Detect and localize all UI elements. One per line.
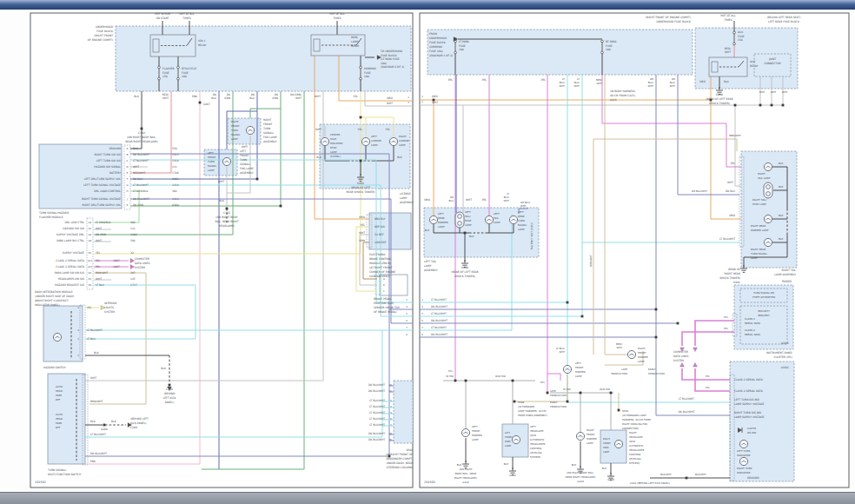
diagram-label: LICENSE — [371, 139, 381, 143]
diagram-label: BLU — [449, 199, 454, 202]
diagram-label: MULTI-FUNCTION SWITCH — [48, 473, 81, 476]
diagram-label: LEFT TURN SW SIG — [96, 159, 122, 162]
diagram-label: (REAR OF LEFT REAR — [451, 270, 478, 274]
diagram-label: UNDERHOOD FUSE BLOCK — [656, 20, 692, 23]
lamp-bulb — [429, 216, 437, 223]
diagram-label: TURN SIGNAL — [750, 252, 767, 255]
diagram-label: PPL — [96, 265, 101, 269]
diagram-label: FOG LAMP — [263, 136, 277, 139]
diagram-label: B — [383, 284, 385, 287]
diagram-label: INSTRUMENT PANEL — [766, 351, 792, 355]
diagram-label: RT PARK — [606, 40, 617, 43]
diagram-label: DK BLU/WHT — [368, 432, 385, 435]
diagram-label: LT BLU/WHT — [431, 326, 447, 329]
diagram-label: LAMP ASSEMBLY — [774, 273, 796, 276]
diagram-label: D — [126, 165, 128, 169]
diagram-label: BLK — [425, 229, 429, 232]
diagram-label: LEFT — [371, 135, 377, 138]
diagram-label: AUX — [738, 30, 743, 34]
diagram-label: CLASS 2 — [745, 317, 755, 321]
diagram-label: LT BLU/WHT — [679, 397, 694, 401]
diagram-label: SYSTEM — [104, 310, 115, 314]
lamp-icon — [614, 440, 622, 448]
diagram-label: LAMP — [603, 451, 610, 454]
diagram-label: RIGHT — [587, 428, 594, 432]
diagram-label: 21 — [389, 390, 393, 393]
diagram-label: PARK LAMP RLY CTRL — [56, 239, 84, 242]
diagram-label: TURN SIGNAL/HAZARD — [38, 211, 70, 215]
diagram-label: RIGHT — [399, 135, 407, 138]
diagram-label: WHT — [96, 239, 102, 242]
diagram-label: A — [383, 278, 385, 281]
diagram-label: 15 — [389, 439, 393, 441]
diagram-label: DATA LINES — [673, 355, 688, 358]
diagram-label: FRONT — [603, 442, 611, 445]
diagram-label: BRN — [360, 239, 365, 242]
diagram-label: (W/O — [629, 440, 636, 443]
lamp-icon — [461, 428, 469, 436]
diagram-label: AUX — [750, 60, 755, 63]
diagram-label: PASSENGER COMPT, — [386, 457, 413, 461]
diagram-label: 1313 — [172, 153, 179, 156]
diagram-label: (IN BODY HARNESS, — [610, 90, 636, 93]
diagram-label: B2 — [89, 278, 92, 281]
diagram-label: DATA LINES — [135, 262, 149, 265]
diagram-label: LEFT — [505, 432, 511, 434]
diagram-label: G400 — [716, 93, 723, 96]
diagram-label: DK GRN — [133, 203, 143, 207]
fuse-end — [360, 66, 362, 69]
diagram-label: SERIAL DATA — [745, 333, 760, 336]
diagram-label: HEAD — [56, 417, 63, 421]
diagram-label: LT BLU/WHT — [87, 328, 103, 332]
diagram-label: HAZARD SW SIGNAL — [94, 165, 121, 169]
diagram-label: MODULE (EBCM) — [369, 262, 391, 265]
component-box — [394, 381, 413, 443]
diagram-label: (IN FORWARD — [518, 405, 534, 408]
diagram-label: LAMP HARNESS, 40 CM — [518, 409, 547, 413]
diagram-label: YEL — [361, 223, 366, 227]
diagram-label: ORG — [424, 198, 430, 202]
diagram-label: NEAR RIGHT HEADLAMP) — [566, 475, 596, 479]
diagram-label: W HID — [563, 388, 571, 391]
diagram-label: LOGIC — [781, 342, 789, 345]
diagram-label: BLK/WHT — [695, 473, 706, 476]
diagram-label: WHT — [771, 90, 777, 94]
diagram-label: FUSE BLOCK — [381, 54, 398, 57]
diagram-label: BLK — [469, 235, 474, 238]
diagram-label: G102 — [462, 481, 469, 484]
splice-dot — [360, 116, 362, 119]
diagram-label: LT BLU/WHT — [369, 399, 385, 402]
diagram-label: STOP — [330, 146, 337, 149]
splice-dot — [734, 104, 737, 107]
diagram-label: LEFT REAR FUSE BLOCK — [768, 20, 800, 23]
diagram-label: ORG — [432, 95, 438, 98]
diagram-label: LEVELING — [629, 457, 641, 461]
diagram-label: ASSEMBLY — [240, 171, 254, 175]
diagram-label: DK BLU/WHT — [678, 410, 694, 414]
diagram-label: HEADLAMP — [629, 435, 643, 439]
diagram-label: OFF — [56, 398, 61, 401]
diagram-label: K — [127, 203, 129, 207]
diagram-label: FUSE BLOCK — [96, 30, 114, 33]
diagram-label: INTERIOR — [104, 302, 116, 305]
diagram-label: COMPUTER — [673, 350, 688, 354]
splice-dot — [581, 315, 584, 318]
diagram-label: LAMP — [399, 143, 406, 147]
splice-dot — [103, 424, 106, 427]
diagram-label: WHT — [596, 82, 602, 85]
diagram-label: BRK RLY — [374, 217, 385, 221]
splice-dot — [655, 308, 658, 311]
diagram-label: RAIL, NEAR RIGHT — [215, 220, 238, 223]
diagram-label: LAMP — [400, 196, 407, 200]
lamp-bulb — [509, 216, 517, 223]
diagram-label: KICK PANEL) — [130, 421, 147, 425]
diagram-label: LICENSE — [400, 192, 411, 196]
diagram-label: RIGHT — [638, 347, 646, 350]
diagram-label: BTSI/CYCLE — [182, 67, 196, 70]
diagram-label: LOW REF — [374, 241, 387, 244]
diagram-label: LT BLU/WHT — [369, 423, 385, 427]
diagram-label: WHT — [133, 165, 139, 169]
diagram-label: FUSE — [364, 71, 371, 75]
diagram-label: PARK — [603, 447, 609, 449]
diagram-label: (W/O — [530, 434, 537, 437]
